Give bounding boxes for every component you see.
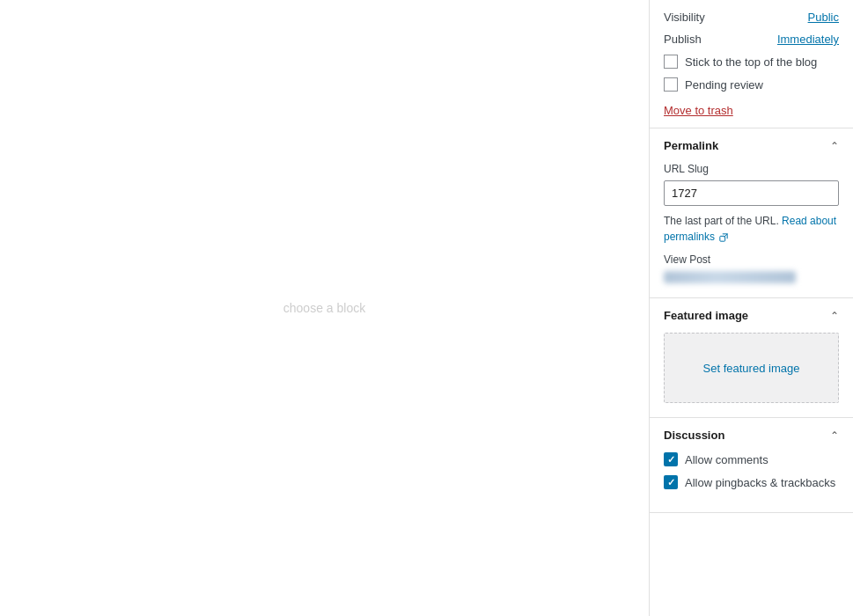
external-link-icon bbox=[719, 233, 728, 242]
publish-value[interactable]: Immediately bbox=[777, 33, 839, 46]
discussion-panel-header[interactable]: Discussion ⌃ bbox=[650, 418, 853, 452]
discussion-panel: Discussion ⌃ Allow comments Allow pingba… bbox=[650, 418, 853, 513]
set-featured-image-button[interactable]: Set featured image bbox=[664, 333, 839, 403]
pending-review-row: Pending review bbox=[664, 77, 839, 92]
allow-pingbacks-row: Allow pingbacks & trackbacks bbox=[664, 475, 839, 489]
publish-section: Visibility Public Publish Immediately St… bbox=[650, 0, 853, 128]
publish-row: Publish Immediately bbox=[664, 33, 839, 46]
permalink-chevron-icon: ⌃ bbox=[830, 140, 839, 152]
set-featured-image-label: Set featured image bbox=[703, 362, 800, 375]
allow-comments-checkbox[interactable] bbox=[664, 452, 678, 466]
permalink-panel-body: URL Slug The last part of the URL. Read … bbox=[650, 163, 853, 297]
stick-to-top-label: Stick to the top of the blog bbox=[685, 55, 817, 69]
url-slug-input[interactable] bbox=[664, 180, 839, 206]
allow-pingbacks-checkbox[interactable] bbox=[664, 475, 678, 489]
allow-comments-row: Allow comments bbox=[664, 452, 839, 466]
featured-image-panel-body: Set featured image bbox=[650, 333, 853, 417]
stick-to-top-checkbox[interactable] bbox=[664, 55, 678, 69]
allow-pingbacks-label: Allow pingbacks & trackbacks bbox=[685, 476, 835, 489]
discussion-panel-body: Allow comments Allow pingbacks & trackba… bbox=[650, 452, 853, 512]
featured-image-panel: Featured image ⌃ Set featured image bbox=[650, 298, 853, 418]
sidebar: Visibility Public Publish Immediately St… bbox=[649, 0, 853, 616]
featured-image-panel-header[interactable]: Featured image ⌃ bbox=[650, 298, 853, 333]
visibility-row: Visibility Public bbox=[664, 11, 839, 24]
view-post-label: View Post bbox=[664, 253, 839, 266]
pending-review-label: Pending review bbox=[685, 78, 763, 92]
stick-to-top-row: Stick to the top of the blog bbox=[664, 55, 839, 69]
publish-label: Publish bbox=[664, 33, 702, 46]
visibility-label: Visibility bbox=[664, 11, 705, 24]
visibility-value[interactable]: Public bbox=[808, 11, 839, 24]
discussion-chevron-icon: ⌃ bbox=[830, 429, 839, 442]
choose-block-hint: choose a block bbox=[283, 301, 365, 315]
featured-image-chevron-icon: ⌃ bbox=[830, 310, 839, 322]
discussion-panel-title: Discussion bbox=[664, 429, 724, 442]
main-editor-area: choose a block bbox=[0, 0, 649, 616]
allow-comments-label: Allow comments bbox=[685, 453, 768, 466]
featured-image-panel-title: Featured image bbox=[664, 309, 748, 322]
post-url-blurred bbox=[664, 271, 796, 283]
permalink-panel-header[interactable]: Permalink ⌃ bbox=[650, 128, 853, 163]
url-slug-label: URL Slug bbox=[664, 163, 839, 175]
pending-review-checkbox[interactable] bbox=[664, 77, 678, 92]
move-to-trash-button[interactable]: Move to trash bbox=[664, 104, 733, 117]
permalink-help-text: The last part of the URL. Read about per… bbox=[664, 213, 839, 245]
permalink-panel-title: Permalink bbox=[664, 139, 718, 152]
permalink-panel: Permalink ⌃ URL Slug The last part of th… bbox=[650, 128, 853, 298]
